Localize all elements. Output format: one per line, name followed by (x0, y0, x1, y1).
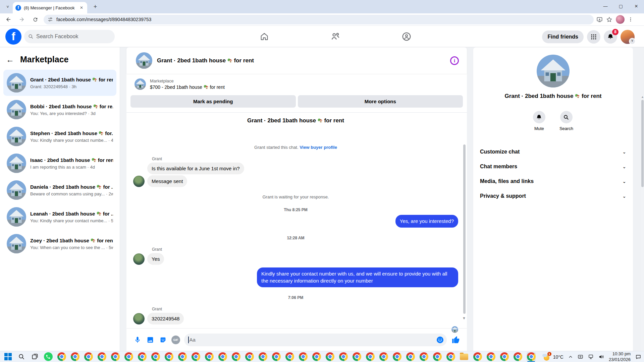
info-icon[interactable]: i (450, 56, 459, 65)
weather-widget[interactable]: 1 10°C (542, 353, 564, 361)
taskbar-search-button[interactable] (17, 352, 26, 361)
notifications-button[interactable]: 8 (604, 30, 617, 44)
chrome-window-button[interactable] (231, 352, 240, 361)
chrome-window-button[interactable] (352, 352, 361, 361)
chrome-window-button[interactable] (70, 352, 79, 361)
mute-button[interactable]: Mute (533, 111, 545, 131)
chrome-window-button[interactable] (218, 352, 227, 361)
chrome-window-button[interactable] (406, 352, 415, 361)
attach-image-button[interactable] (146, 336, 155, 344)
new-tab-button[interactable]: + (91, 3, 99, 11)
chrome-window-button[interactable] (513, 352, 522, 361)
view-buyer-profile-link[interactable]: View buyer profile (300, 145, 337, 150)
site-settings-icon[interactable] (48, 17, 53, 22)
friends-tab[interactable] (329, 31, 341, 43)
bookmark-star-icon[interactable] (606, 16, 612, 23)
facebook-search[interactable]: Search Facebook (24, 30, 115, 43)
chrome-window-button[interactable] (164, 352, 173, 361)
browser-tab[interactable]: f (8) Messenger | Facebook ✕ (13, 2, 87, 13)
chrome-window-button[interactable] (325, 352, 334, 361)
chrome-window-button[interactable] (379, 352, 388, 361)
incoming-message-bubble[interactable]: Is this available for a June 1st move in… (147, 163, 244, 174)
conversation-item[interactable]: Grant · 2bed 1bath house for rentGrant: … (3, 70, 116, 96)
chrome-window-button-active[interactable] (527, 352, 536, 361)
browser-profile-avatar[interactable] (616, 15, 625, 24)
conversation-item[interactable]: Zoey · 2bed 1bath house for rentYou: Whe… (3, 231, 116, 257)
conversation-item[interactable]: Bobbi · 2bed 1bath house for re...You: Y… (3, 97, 116, 123)
chrome-window-button[interactable] (419, 352, 428, 361)
profile-avatar[interactable] (621, 30, 635, 44)
conversation-item[interactable]: Stephen · 2bed 1bath house for...You: Ki… (3, 123, 116, 149)
tab-close-icon[interactable]: ✕ (78, 5, 85, 10)
chrome-window-button[interactable] (138, 352, 147, 361)
window-maximize-button[interactable]: ▢ (613, 0, 629, 13)
chrome-window-button[interactable] (124, 352, 133, 361)
page-scrollbar[interactable]: ▲ (641, 95, 644, 362)
conversation-item[interactable]: Isaac · 2bed 1bath house for rentI am re… (3, 150, 116, 176)
conversation-item[interactable]: Daniela · 2bed 1bath house for ...Beware… (3, 177, 116, 203)
chat-scrollbar[interactable] (463, 144, 466, 314)
groups-tab[interactable] (400, 31, 413, 43)
chrome-window-button[interactable] (312, 352, 321, 361)
taskbar-clock[interactable]: 10:30 pm 23/01/2026 (609, 351, 631, 362)
network-tray-icon[interactable] (588, 354, 594, 360)
chat-details-section-customize-chat[interactable]: Customize chat⌄ (473, 144, 633, 159)
chrome-window-button[interactable] (205, 352, 214, 361)
scroll-up-icon[interactable]: ▲ (641, 95, 644, 99)
chrome-window-button[interactable] (84, 352, 93, 361)
chrome-window-button[interactable] (258, 352, 267, 361)
chat-details-section-media-files-and-links[interactable]: Media, files and links⌄ (473, 174, 633, 189)
voice-clip-button[interactable] (133, 336, 142, 344)
chrome-window-button[interactable] (446, 352, 455, 361)
start-button[interactable] (3, 352, 12, 361)
chrome-window-button[interactable] (392, 352, 401, 361)
message-input[interactable]: Aa (184, 334, 447, 346)
back-arrow-icon[interactable]: ← (6, 55, 14, 64)
chrome-window-button[interactable] (486, 352, 495, 361)
reload-button[interactable] (30, 14, 40, 24)
sticker-button[interactable] (159, 336, 167, 344)
like-button[interactable] (451, 336, 460, 344)
chrome-window-button[interactable] (57, 352, 66, 361)
search-in-chat-button[interactable]: Search (559, 111, 573, 131)
mark-as-pending-button[interactable]: Mark as pending (130, 95, 296, 108)
notification-center-button[interactable] (635, 354, 641, 360)
chrome-window-button[interactable] (473, 352, 482, 361)
facebook-logo[interactable]: f (5, 28, 21, 45)
more-options-button[interactable]: More options (298, 95, 463, 108)
chat-details-section-chat-members[interactable]: Chat members⌄ (473, 159, 633, 174)
cast-tray-icon[interactable] (578, 354, 583, 360)
forward-button[interactable] (17, 14, 27, 24)
whatsapp-button[interactable] (44, 352, 53, 361)
gif-button[interactable]: GIF (171, 336, 180, 344)
home-tab[interactable] (258, 31, 270, 43)
url-bar[interactable]: facebook.com/messages/t/890484830239753 (44, 15, 594, 24)
incoming-message-bubble[interactable]: Message sent (147, 175, 187, 187)
incoming-message-bubble[interactable]: Yes (147, 253, 164, 265)
chrome-window-button[interactable] (151, 352, 160, 361)
tab-search-chevron-icon[interactable]: ˅ (3, 3, 12, 11)
browser-menu-icon[interactable] (628, 17, 633, 22)
chat-scroll-down-icon[interactable]: ▼ (462, 316, 466, 320)
chrome-window-button[interactable] (285, 352, 294, 361)
chrome-window-button[interactable] (111, 352, 120, 361)
volume-tray-icon[interactable] (598, 354, 604, 360)
chrome-window-button[interactable] (366, 352, 375, 361)
outgoing-message-bubble[interactable]: Yes, are you interested? (395, 215, 458, 228)
chrome-window-button[interactable] (500, 352, 509, 361)
chrome-window-button[interactable] (191, 352, 200, 361)
window-close-button[interactable]: ✕ (629, 0, 644, 13)
chrome-window-button[interactable] (299, 352, 308, 361)
back-button[interactable] (3, 14, 13, 24)
outgoing-message-bubble[interactable]: Kindly share your contact number with us… (257, 267, 458, 287)
chrome-window-button[interactable] (433, 352, 442, 361)
apps-menu-button[interactable] (587, 30, 600, 44)
window-minimize-button[interactable]: — (598, 0, 613, 13)
tray-expand-button[interactable] (568, 355, 573, 359)
chat-details-section-privacy-support[interactable]: Privacy & support⌄ (473, 189, 633, 203)
conversation-item[interactable]: Leanah · 2bed 1bath house for ...You: Ki… (3, 204, 116, 230)
chrome-window-button[interactable] (245, 352, 254, 361)
chat-avatar[interactable] (136, 52, 152, 69)
find-friends-button[interactable]: Find friends (542, 31, 584, 43)
incoming-message-bubble[interactable]: 3202249548 (147, 313, 184, 324)
